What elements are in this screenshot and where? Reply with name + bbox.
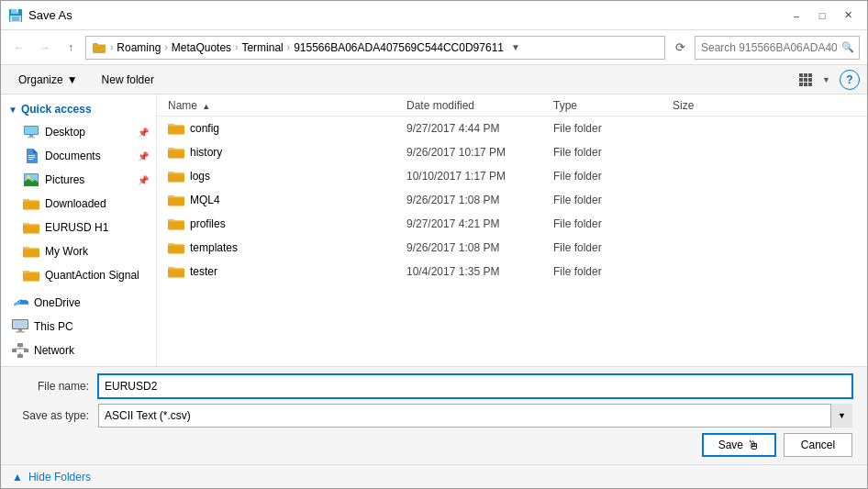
file-rows-container: config 9/27/2017 4:44 PM File folder his… bbox=[157, 117, 867, 283]
folder-icon bbox=[168, 121, 184, 136]
folder-nav-icon bbox=[92, 41, 106, 54]
svg-rect-6 bbox=[804, 73, 807, 77]
help-button[interactable]: ? bbox=[840, 70, 860, 90]
sidebar-item-onedrive[interactable]: OneDrive bbox=[1, 291, 156, 315]
file-type: File folder bbox=[550, 170, 669, 183]
breadcrumb[interactable]: › Roaming › MetaQuotes › Terminal › 9155… bbox=[85, 36, 665, 60]
sidebar-item-quantaction[interactable]: QuantAction Signal bbox=[1, 263, 156, 287]
file-date: 10/4/2017 1:35 PM bbox=[403, 265, 550, 278]
new-folder-button[interactable]: New folder bbox=[92, 69, 164, 91]
folder-icon bbox=[168, 240, 184, 255]
file-type: File folder bbox=[550, 241, 669, 254]
svg-rect-7 bbox=[808, 73, 812, 77]
file-name: profiles bbox=[190, 217, 226, 230]
maximize-button[interactable]: □ bbox=[810, 6, 834, 25]
documents-icon bbox=[23, 148, 39, 164]
desktop-icon bbox=[23, 124, 39, 140]
sidebar-quantaction-label: QuantAction Signal bbox=[45, 269, 139, 282]
svg-rect-31 bbox=[17, 354, 23, 358]
sidebar-network-label: Network bbox=[34, 344, 74, 357]
file-name: logs bbox=[190, 170, 210, 183]
svg-rect-18 bbox=[28, 155, 35, 156]
sidebar-item-downloaded[interactable]: Downloaded bbox=[1, 192, 156, 216]
table-row[interactable]: MQL4 9/26/2017 1:08 PM File folder bbox=[157, 188, 867, 212]
table-row[interactable]: tester 10/4/2017 1:35 PM File folder bbox=[157, 260, 867, 283]
col-size-header[interactable]: Size bbox=[669, 99, 742, 112]
file-date: 9/26/2017 1:08 PM bbox=[403, 241, 550, 254]
quick-access-header[interactable]: ▼ Quick access bbox=[1, 98, 156, 120]
svg-rect-28 bbox=[17, 343, 23, 347]
search-input[interactable] bbox=[695, 36, 860, 60]
sidebar-item-documents[interactable]: Documents 📌 bbox=[1, 144, 156, 168]
sidebar-item-desktop[interactable]: Desktop 📌 bbox=[1, 120, 156, 144]
sidebar-item-mywork[interactable]: My Work bbox=[1, 239, 156, 263]
sidebar-item-pictures[interactable]: Pictures 📌 bbox=[1, 168, 156, 192]
sidebar-item-network[interactable]: Network bbox=[1, 339, 156, 362]
svg-point-23 bbox=[27, 175, 30, 179]
svg-rect-17 bbox=[28, 137, 35, 139]
table-row[interactable]: logs 10/10/2017 1:17 PM File folder bbox=[157, 164, 867, 188]
file-name-cell: logs bbox=[164, 169, 403, 183]
file-name-cell: templates bbox=[164, 240, 403, 255]
hide-folders-label: Hide Folders bbox=[28, 471, 91, 483]
col-date-header[interactable]: Date modified bbox=[403, 99, 550, 112]
network-icon bbox=[12, 342, 28, 359]
sidebar-downloaded-label: Downloaded bbox=[45, 197, 106, 210]
back-button[interactable]: ← bbox=[8, 37, 30, 59]
breadcrumb-metaquotes[interactable]: MetaQuotes bbox=[172, 41, 231, 54]
table-row[interactable]: history 9/26/2017 10:17 PM File folder bbox=[157, 140, 867, 164]
sidebar-mywork-label: My Work bbox=[45, 245, 88, 258]
svg-rect-29 bbox=[12, 349, 17, 352]
up-button[interactable]: ↑ bbox=[60, 37, 82, 59]
view-button[interactable] bbox=[793, 69, 818, 91]
col-name-header[interactable]: Name ▲ bbox=[164, 99, 403, 112]
file-type: File folder bbox=[550, 146, 669, 159]
close-button[interactable]: ✕ bbox=[836, 6, 860, 25]
breadcrumb-sep3: › bbox=[235, 42, 238, 52]
save-label: Save bbox=[718, 439, 743, 451]
desktop-pin-icon: 📌 bbox=[138, 128, 149, 138]
table-row[interactable]: profiles 9/27/2017 4:21 PM File folder bbox=[157, 212, 867, 236]
svg-rect-19 bbox=[28, 157, 35, 158]
save-cursor-icon: 🖱 bbox=[747, 438, 760, 452]
organize-button[interactable]: Organize ▼ bbox=[8, 69, 88, 91]
svg-rect-30 bbox=[24, 349, 28, 352]
table-row[interactable]: templates 9/26/2017 1:08 PM File folder bbox=[157, 236, 867, 260]
folder-icon bbox=[168, 217, 184, 231]
hide-folders-arrow-icon: ▲ bbox=[12, 471, 23, 483]
col-type-header[interactable]: Type bbox=[550, 99, 669, 112]
filename-row: File name: bbox=[16, 374, 852, 398]
svg-rect-8 bbox=[799, 78, 803, 82]
sidebar-desktop-label: Desktop bbox=[45, 126, 85, 139]
organize-arrow: ▼ bbox=[67, 73, 78, 86]
sidebar-onedrive-label: OneDrive bbox=[34, 296, 81, 309]
svg-rect-25 bbox=[13, 320, 28, 328]
cancel-button[interactable]: Cancel bbox=[784, 433, 852, 457]
forward-button[interactable]: → bbox=[34, 37, 56, 59]
svg-rect-20 bbox=[28, 159, 33, 160]
onedrive-icon bbox=[12, 295, 28, 311]
breadcrumb-sep2: › bbox=[164, 42, 167, 52]
minimize-button[interactable]: – bbox=[785, 6, 808, 25]
hide-folders-bar[interactable]: ▲ Hide Folders bbox=[1, 464, 867, 488]
refresh-button[interactable]: ⟳ bbox=[669, 36, 691, 60]
savetype-select[interactable]: ASCII Text (*.csv)All Files (*.*) bbox=[98, 404, 852, 428]
sidebar-item-thispc[interactable]: This PC bbox=[1, 315, 156, 339]
savetype-row: Save as type: ASCII Text (*.csv)All File… bbox=[16, 404, 852, 428]
file-type: File folder bbox=[550, 122, 669, 135]
file-name: config bbox=[190, 122, 219, 135]
breadcrumb-dropdown-button[interactable]: ▼ bbox=[507, 37, 524, 59]
svg-rect-9 bbox=[804, 78, 807, 82]
file-type: File folder bbox=[550, 217, 669, 230]
file-name-cell: profiles bbox=[164, 217, 403, 231]
breadcrumb-id[interactable]: 915566BA06ADA407569C544CC0D97611 bbox=[294, 41, 504, 54]
breadcrumb-terminal[interactable]: Terminal bbox=[241, 41, 283, 54]
breadcrumb-roaming[interactable]: Roaming bbox=[117, 41, 161, 54]
table-row[interactable]: config 9/27/2017 4:44 PM File folder bbox=[157, 117, 867, 140]
sidebar-item-eurusd[interactable]: EURUSD H1 bbox=[1, 216, 156, 239]
filename-input[interactable] bbox=[98, 374, 852, 398]
save-button[interactable]: Save 🖱 bbox=[702, 433, 776, 457]
save-as-dialog: Save As – □ ✕ ← → ↑ › Roaming › MetaQuot… bbox=[0, 0, 868, 489]
sort-arrow: ▲ bbox=[202, 102, 210, 111]
sidebar: ▼ Quick access Desktop 📌 bbox=[1, 94, 157, 366]
